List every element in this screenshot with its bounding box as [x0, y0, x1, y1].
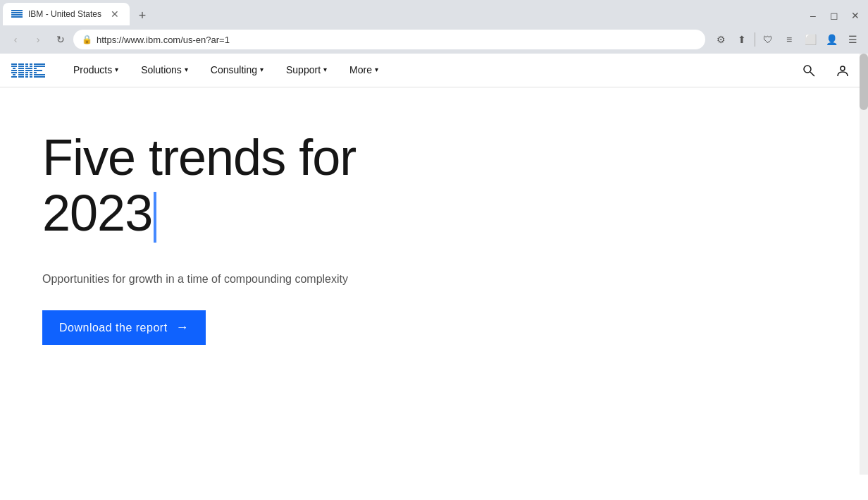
svg-rect-35	[34, 74, 45, 75]
svg-rect-4	[11, 63, 17, 65]
svg-rect-32	[34, 68, 37, 69]
hero-heading-line2: 2023	[42, 185, 152, 241]
share-icon[interactable]: ⬆	[732, 30, 752, 49]
extensions-icon[interactable]: ⚙	[711, 30, 731, 49]
minimize-button[interactable]: –	[803, 6, 823, 25]
svg-line-38	[810, 72, 814, 76]
svg-rect-27	[30, 74, 32, 75]
tab-bar: IBM - United States ✕ + – ◻ ✕	[0, 0, 868, 25]
svg-rect-33	[34, 70, 42, 71]
svg-rect-21	[30, 66, 32, 67]
tab-close-button[interactable]: ✕	[108, 8, 121, 20]
tab-favicon	[11, 8, 23, 20]
svg-rect-31	[34, 66, 45, 67]
toolbar-separator	[755, 32, 755, 47]
svg-rect-13	[18, 68, 24, 69]
svg-rect-19	[30, 63, 32, 65]
nav-item-solutions[interactable]: Solutions ▾	[130, 54, 199, 87]
svg-rect-16	[18, 74, 24, 75]
ibm-logo[interactable]	[11, 63, 45, 78]
svg-rect-14	[18, 70, 24, 71]
svg-rect-11	[18, 63, 24, 65]
nav-item-support[interactable]: Support ▾	[275, 54, 338, 87]
support-chevron-icon: ▾	[323, 66, 327, 73]
svg-rect-26	[25, 74, 28, 75]
svg-rect-28	[25, 76, 28, 78]
menu-icon[interactable]: ☰	[843, 30, 862, 49]
svg-rect-15	[18, 72, 24, 73]
svg-rect-23	[25, 70, 32, 71]
hero-subtitle: Opportunities for growth in a time of co…	[42, 271, 564, 288]
more-label: More	[349, 64, 372, 75]
arrow-right-icon: →	[176, 320, 190, 335]
scrollbar-thumb[interactable]	[860, 54, 868, 110]
profile-icon[interactable]: 👤	[822, 30, 841, 49]
nav-item-products[interactable]: Products ▾	[62, 54, 130, 87]
svg-rect-12	[18, 66, 24, 67]
svg-rect-7	[11, 70, 17, 71]
new-tab-button[interactable]: +	[132, 6, 152, 25]
consulting-label: Consulting	[211, 64, 257, 75]
more-chevron-icon: ▾	[375, 66, 378, 73]
back-button[interactable]: ‹	[6, 30, 25, 49]
vertical-scrollbar[interactable]	[860, 54, 868, 475]
svg-rect-24	[25, 72, 28, 73]
svg-point-37	[804, 66, 811, 73]
download-report-button[interactable]: Download the report →	[42, 310, 206, 345]
products-label: Products	[73, 64, 112, 75]
svg-rect-22	[25, 68, 32, 69]
svg-rect-34	[34, 72, 37, 73]
nav-items: Products ▾ Solutions ▾ Consulting ▾ Supp…	[62, 54, 795, 87]
svg-rect-10	[11, 76, 17, 78]
nav-item-more[interactable]: More ▾	[338, 54, 390, 87]
svg-rect-30	[34, 63, 45, 65]
address-bar[interactable]: 🔒 https://www.ibm.com/us-en?ar=1	[73, 30, 705, 49]
svg-rect-29	[30, 76, 32, 78]
collections-icon[interactable]: ⬜	[800, 30, 820, 49]
solutions-chevron-icon: ▾	[185, 66, 188, 73]
cursor-blink	[154, 192, 156, 243]
svg-rect-36	[34, 76, 45, 78]
consulting-chevron-icon: ▾	[260, 66, 264, 73]
svg-rect-6	[13, 68, 16, 69]
hero-section: Five trends for 2023 Opportunities for g…	[0, 87, 564, 345]
lock-icon: 🔒	[82, 35, 92, 44]
svg-rect-5	[11, 66, 17, 67]
svg-rect-17	[18, 76, 24, 78]
active-tab[interactable]: IBM - United States ✕	[3, 3, 130, 25]
svg-rect-25	[30, 72, 32, 73]
svg-rect-0	[11, 10, 23, 11]
tab-title: IBM - United States	[28, 9, 101, 19]
forward-button[interactable]: ›	[28, 30, 48, 49]
main-nav: Products ▾ Solutions ▾ Consulting ▾ Supp…	[0, 54, 868, 87]
shield-icon[interactable]: 🛡	[758, 30, 778, 49]
svg-rect-20	[25, 66, 28, 67]
products-chevron-icon: ▾	[115, 66, 118, 73]
browser-chrome: IBM - United States ✕ + – ◻ ✕ ‹ › ↻ 🔒 ht…	[0, 0, 868, 54]
hero-heading: Five trends for 2023	[42, 130, 564, 243]
hero-heading-line1: Five trends for	[42, 129, 356, 185]
address-bar-row: ‹ › ↻ 🔒 https://www.ibm.com/us-en?ar=1 ⚙…	[0, 25, 868, 54]
tab-manager-icon[interactable]: ≡	[779, 30, 799, 49]
search-button[interactable]	[795, 54, 823, 87]
svg-rect-18	[25, 63, 28, 65]
restore-button[interactable]: ◻	[824, 6, 844, 25]
nav-right	[795, 54, 857, 87]
ibm-page: Products ▾ Solutions ▾ Consulting ▾ Supp…	[0, 54, 868, 475]
svg-rect-3	[11, 16, 23, 18]
reload-button[interactable]: ↻	[51, 30, 70, 49]
svg-rect-8	[11, 72, 17, 73]
nav-item-consulting[interactable]: Consulting ▾	[199, 54, 275, 87]
account-button[interactable]	[829, 54, 857, 87]
solutions-label: Solutions	[141, 64, 182, 75]
download-btn-label: Download the report	[59, 322, 168, 334]
svg-point-39	[841, 66, 845, 71]
support-label: Support	[286, 64, 321, 75]
url-text: https://www.ibm.com/us-en?ar=1	[97, 35, 697, 45]
svg-rect-9	[13, 74, 16, 75]
svg-rect-2	[11, 14, 23, 16]
close-window-button[interactable]: ✕	[845, 6, 865, 25]
svg-rect-1	[11, 12, 23, 13]
toolbar-icons: ⚙ ⬆ 🛡 ≡ ⬜ 👤 ☰	[711, 30, 862, 49]
